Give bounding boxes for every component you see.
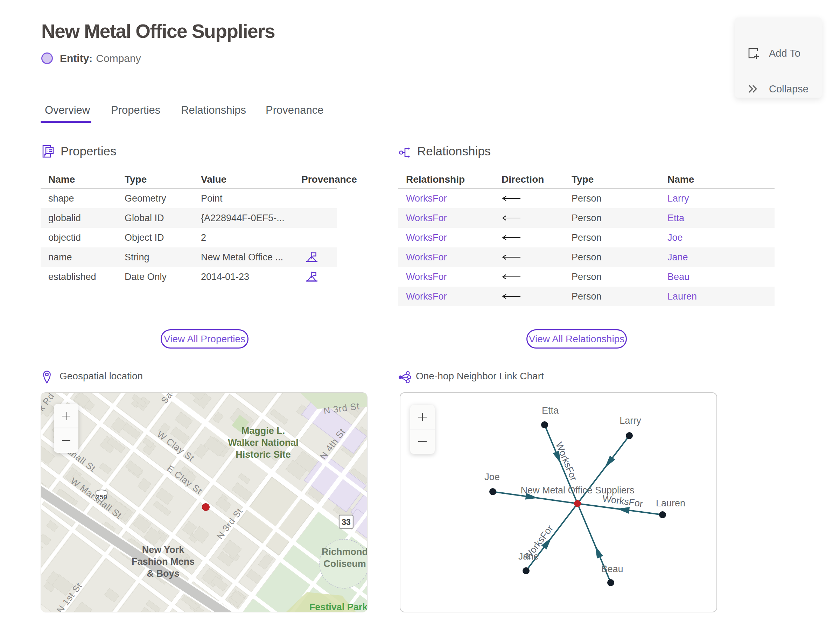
svg-text:WorksFor: WorksFor	[601, 493, 643, 509]
svg-text:Festival Park: Festival Park	[309, 602, 367, 612]
svg-text:New Metal Office Suppliers: New Metal Office Suppliers	[520, 485, 634, 496]
svg-text:250: 250	[96, 493, 107, 501]
svg-text:Maggie L.: Maggie L.	[242, 426, 285, 436]
svg-text:Beau: Beau	[601, 564, 623, 574]
svg-text:33: 33	[342, 518, 351, 527]
svg-text:Coliseum: Coliseum	[323, 558, 366, 569]
svg-text:Walker National: Walker National	[228, 437, 299, 448]
svg-text:New York: New York	[142, 545, 185, 555]
svg-text:Joe: Joe	[484, 472, 500, 482]
svg-text:Historic Site: Historic Site	[235, 449, 291, 460]
svg-text:Etta: Etta	[542, 405, 559, 416]
svg-text:& Boys: & Boys	[146, 568, 179, 579]
svg-text:Fashion Mens: Fashion Mens	[132, 556, 195, 567]
svg-text:Richmond: Richmond	[321, 547, 367, 557]
svg-text:Larry: Larry	[619, 415, 641, 426]
svg-text:Jane: Jane	[519, 551, 539, 562]
svg-text:Lauren: Lauren	[656, 498, 685, 509]
